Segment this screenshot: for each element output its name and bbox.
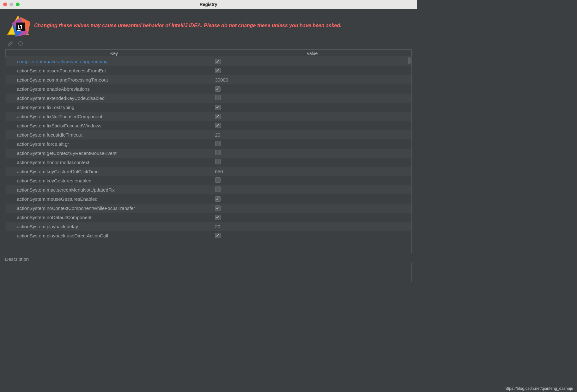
table-row[interactable]: actionSystem.honor.modal.context <box>6 158 411 167</box>
value-cell[interactable]: 20 <box>213 222 411 231</box>
checkbox[interactable] <box>215 196 221 202</box>
key-cell: actionSystem.noContextComponentWhileFocu… <box>15 204 213 213</box>
modified-cell <box>6 121 15 130</box>
table-row[interactable]: actionSystem.playback.delay20 <box>6 222 411 231</box>
checkbox[interactable] <box>215 59 221 64</box>
minimize-icon[interactable] <box>9 3 13 6</box>
value-cell[interactable] <box>213 94 411 103</box>
value-cell[interactable] <box>213 213 411 222</box>
table-row[interactable]: actionSystem.mac.screenMenuNotUpdatedFix <box>6 185 411 194</box>
description-label: Description <box>5 256 412 262</box>
value-cell[interactable]: 650 <box>213 167 411 176</box>
checkbox[interactable] <box>215 114 221 119</box>
table-row[interactable]: actionSystem.noContextComponentWhileFocu… <box>6 204 411 213</box>
value-cell[interactable] <box>213 194 411 204</box>
modified-column-header[interactable] <box>6 50 15 57</box>
checkbox[interactable] <box>215 68 221 73</box>
value-cell[interactable] <box>213 103 411 112</box>
key-cell: actionSystem.fixNullFocusedComponent <box>15 112 213 121</box>
value-cell[interactable] <box>213 204 411 213</box>
checkbox[interactable] <box>215 95 221 100</box>
modified-cell <box>6 176 15 185</box>
table-row[interactable]: actionSystem.fixLostTyping <box>6 103 411 112</box>
checkbox[interactable] <box>215 105 221 110</box>
modified-cell <box>6 149 15 158</box>
value-cell[interactable] <box>213 158 411 167</box>
description-section: Description <box>5 256 412 282</box>
table-row[interactable]: actionSystem.keyGestures.enabled <box>6 176 411 185</box>
checkbox[interactable] <box>215 177 221 183</box>
table-row[interactable]: actionSystem.focusIdleTimeout20 <box>6 130 411 139</box>
warning-icon: IJ <box>7 15 29 37</box>
table-row[interactable]: actionSystem.commandProcessingTimeout300… <box>6 75 411 84</box>
table-row[interactable]: actionSystem.fixNullFocusedComponent <box>6 112 411 121</box>
checkbox[interactable] <box>215 233 221 238</box>
checkbox[interactable] <box>215 205 221 211</box>
modified-cell <box>6 130 15 139</box>
scroll-thumb[interactable] <box>408 57 411 64</box>
modified-cell <box>6 185 15 194</box>
key-cell: actionSystem.playback.delay <box>15 222 213 231</box>
window-controls <box>3 3 20 6</box>
checkbox[interactable] <box>215 159 221 164</box>
registry-table: Key Value compiler.automake.allow.when.a… <box>5 49 412 253</box>
svg-marker-9 <box>18 42 19 45</box>
titlebar: Registry <box>0 0 417 9</box>
table-row[interactable]: actionSystem.force.alt.gr <box>6 139 411 149</box>
value-cell[interactable]: 30000 <box>213 75 411 84</box>
table-row[interactable]: actionSystem.extendedKeyCode.disabled <box>6 94 411 103</box>
checkbox[interactable] <box>215 215 221 220</box>
key-cell: actionSystem.honor.modal.context <box>15 158 213 167</box>
value-cell[interactable] <box>213 66 411 75</box>
checkbox[interactable] <box>215 123 221 128</box>
close-icon[interactable] <box>3 3 7 6</box>
key-column-header[interactable]: Key <box>15 50 213 57</box>
value-cell[interactable] <box>213 121 411 130</box>
table-row[interactable]: actionSystem.assertFocusAccessFromEdt <box>6 66 411 75</box>
value-cell[interactable] <box>213 231 411 240</box>
table-row[interactable]: actionSystem.getContextByRecentMouseEven… <box>6 149 411 158</box>
value-cell[interactable] <box>213 176 411 185</box>
window-title: Registry <box>0 2 417 7</box>
modified-cell <box>6 158 15 167</box>
warning-text: Changing these values may cause unwanted… <box>34 22 342 29</box>
value-cell[interactable] <box>213 149 411 158</box>
table-row[interactable]: actionSystem.fixStickyFocusedWindows <box>6 121 411 130</box>
modified-cell <box>6 231 15 240</box>
table-row[interactable]: actionSystem.enableAbbreviations <box>6 84 411 94</box>
value-column-header[interactable]: Value <box>213 50 411 57</box>
value-cell[interactable] <box>213 112 411 121</box>
description-box <box>5 263 412 282</box>
maximize-icon[interactable] <box>16 3 20 6</box>
modified-cell <box>6 194 15 204</box>
modified-cell <box>6 167 15 176</box>
key-cell: actionSystem.keyGestures.enabled <box>15 176 213 185</box>
checkbox[interactable] <box>215 187 221 192</box>
value-cell[interactable] <box>213 139 411 149</box>
key-cell: actionSystem.playback.useDirectActionCal… <box>15 231 213 240</box>
revert-icon[interactable] <box>17 40 24 47</box>
value-cell[interactable] <box>213 84 411 94</box>
checkbox[interactable] <box>215 86 221 92</box>
key-cell: actionSystem.enableAbbreviations <box>15 84 213 94</box>
modified-cell <box>6 222 15 231</box>
table-row[interactable]: actionSystem.keyGestureDblClickTime650 <box>6 167 411 176</box>
value-cell[interactable]: 20 <box>213 130 411 139</box>
intellij-badge-icon: IJ <box>9 16 32 38</box>
checkbox[interactable] <box>215 150 221 155</box>
value-cell[interactable] <box>213 57 411 66</box>
table-row[interactable]: actionSystem.playback.useDirectActionCal… <box>6 231 411 240</box>
svg-text:IJ: IJ <box>17 24 22 31</box>
key-cell: actionSystem.focusIdleTimeout <box>15 130 213 139</box>
modified-cell <box>6 84 15 94</box>
modified-cell <box>6 139 15 149</box>
table-scrollbar[interactable] <box>408 57 411 252</box>
table-row[interactable]: actionSystem.noDefaultComponent <box>6 213 411 222</box>
table-row[interactable]: compiler.automake.allow.when.app.running <box>6 57 411 66</box>
value-cell[interactable] <box>213 185 411 194</box>
key-cell: actionSystem.mouseGesturesEnabled <box>15 194 213 204</box>
key-cell: actionSystem.fixLostTyping <box>15 103 213 112</box>
table-row[interactable]: actionSystem.mouseGesturesEnabled <box>6 194 411 204</box>
checkbox[interactable] <box>215 141 221 146</box>
edit-icon[interactable] <box>7 40 14 47</box>
